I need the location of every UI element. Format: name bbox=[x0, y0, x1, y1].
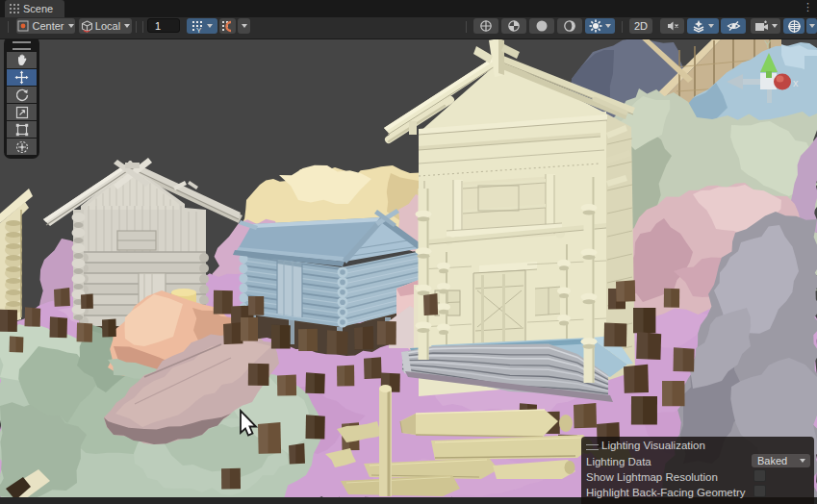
svg-text:Y: Y bbox=[764, 38, 772, 50]
svg-text:Y: Y bbox=[196, 25, 202, 33]
svg-text:x: x bbox=[793, 77, 799, 88]
